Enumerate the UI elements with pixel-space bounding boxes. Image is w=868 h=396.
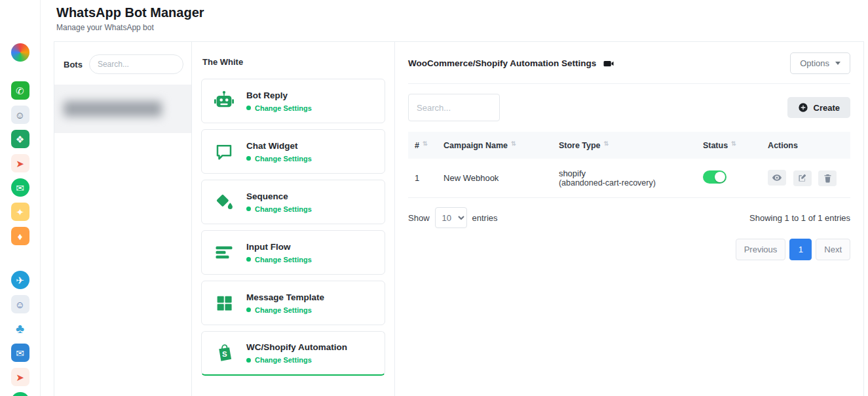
row-index: 1 [408,159,437,198]
change-settings-link[interactable]: Change Settings [246,306,324,314]
flow-builder-icon[interactable]: ✦ [11,203,29,221]
svg-text:S: S [221,350,227,358]
change-settings-link[interactable]: Change Settings [246,356,347,364]
status-dot [246,358,251,363]
bots-column-title: Bots [64,60,83,69]
chat-widget-icon [211,142,237,161]
menu-card-input-flow[interactable]: Input Flow Change Settings [201,230,385,275]
delete-button[interactable] [818,170,837,186]
menu-card-label: Message Template [246,292,324,302]
app-root: ✆ ☺ ❖ ➤ ✉ ✦ ♦ ✈ ☺ ♣ ✉ ➤ ✉ WhatsApp Bot M… [0,0,868,396]
status-dot [246,207,251,211]
menu-card-label: WC/Shopify Automation [246,342,347,352]
bot-name-redacted [64,101,162,117]
menu-card-wc-shopify-automation[interactable]: S WC/Shopify Automation Change Settings [201,331,385,376]
page-title: WhatsApp Bot Manager [56,5,868,20]
table-search-input[interactable] [408,94,500,121]
chatbot-icon[interactable]: ☺ [11,106,29,124]
table-header-store-type[interactable]: Store Type⇅ [552,132,696,159]
options-button[interactable]: Options [790,52,850,74]
automation-table: #⇅ Campaign Name⇅ Store Type⇅ Status⇅ [408,132,850,198]
menu-card-label: Input Flow [246,242,312,252]
app-icon-rail: ✆ ☺ ❖ ➤ ✉ ✦ ♦ ✈ ☺ ♣ ✉ ➤ ✉ [0,0,41,396]
table-header-index[interactable]: #⇅ [408,132,437,159]
menu-card-label: Bot Reply [246,90,312,100]
edit-icon [797,173,807,183]
table-header-campaign-name[interactable]: Campaign Name⇅ [437,132,552,159]
trash-icon [823,173,833,183]
whatsapp-icon[interactable]: ✆ [11,81,29,100]
menu-card-message-template[interactable]: Message Template Change Settings [201,281,385,325]
telegram-bot-icon[interactable]: ☺ [11,295,29,313]
menu-card-chat-widget[interactable]: Chat Widget Change Settings [201,129,385,174]
page-size-select[interactable]: 10 [435,207,467,228]
menu-card-bot-reply[interactable]: Bot Reply Change Settings [201,79,385,123]
create-button[interactable]: Create [787,97,850,118]
bot-manager-panel: Bots The White [54,41,864,396]
eye-icon [772,172,782,183]
show-label: Show [408,213,430,223]
page-1-button[interactable]: 1 [789,239,812,260]
bot-menu-column: The White Bot Reply [192,42,395,396]
change-settings-link[interactable]: Change Settings [246,256,312,264]
next-page-button[interactable]: Next [816,239,850,260]
message-template-icon [211,294,237,313]
sort-icon: ⇅ [423,140,428,147]
change-settings-link[interactable]: Change Settings [246,104,312,112]
subscribers-icon[interactable]: ♣ [11,319,29,338]
change-settings-link[interactable]: Change Settings [246,205,312,213]
bots-column: Bots [54,42,192,396]
sort-icon: ⇅ [731,140,736,147]
bots-search-input[interactable] [89,54,183,74]
table-header-actions: Actions [761,132,850,159]
page-subtitle: Manage your WhatsApp bot [56,23,868,32]
edit-button[interactable] [793,170,812,186]
shopify-icon: S [211,343,237,363]
view-button[interactable] [768,170,786,186]
sort-icon: ⇅ [511,140,516,147]
menu-card-label: Chat Widget [246,141,312,151]
pagination: Previous 1 Next [408,231,850,260]
status-dot [246,106,251,110]
livechat-icon[interactable]: ✉ [11,178,29,197]
status-dot [246,307,251,312]
caret-down-icon [835,62,840,65]
automation-settings-column: WooCommerce/Shopify Automation Settings … [395,42,863,396]
bot-reply-icon [211,90,237,112]
page-header: WhatsApp Bot Manager Manage your WhatsAp… [54,0,868,41]
table-row: 1 New Webhook shopify (abandoned-cart-re… [408,159,850,198]
more-icon[interactable]: ✉ [11,392,29,396]
section-title: WooCommerce/Shopify Automation Settings [408,58,596,68]
campaign-icon[interactable]: ➤ [11,368,29,386]
store-icon[interactable]: ♦ [11,227,29,245]
sequence-icon [211,192,237,212]
showing-entries-text: Showing 1 to 1 of 1 entries [749,213,850,223]
sort-icon: ⇅ [604,140,609,147]
menu-card-label: Sequence [246,191,312,201]
status-dot [246,156,251,161]
video-tutorial-icon[interactable] [603,58,614,69]
status-dot [246,257,251,262]
main-content: WhatsApp Bot Manager Manage your WhatsAp… [41,0,868,396]
entries-label: entries [472,213,498,223]
change-settings-link[interactable]: Change Settings [246,155,312,163]
row-store-type: shopify (abandoned-cart-recovery) [552,159,696,198]
plus-circle-icon [798,102,808,113]
menu-card-sequence[interactable]: Sequence Change Settings [201,180,385,224]
broadcast-icon[interactable]: ➤ [11,154,29,172]
telegram-icon[interactable]: ✈ [11,271,29,289]
previous-page-button[interactable]: Previous [736,239,786,260]
media-icon[interactable]: ❖ [11,130,29,148]
table-header-status[interactable]: Status⇅ [696,132,761,159]
selected-bot-name: The White [201,42,385,79]
group-chat-icon[interactable]: ✉ [11,344,29,362]
app-logo-icon[interactable] [11,43,29,62]
row-campaign-name: New Webhook [437,159,552,198]
status-toggle[interactable] [703,170,726,184]
bot-list-item-selected[interactable] [54,85,191,133]
input-flow-icon [211,243,237,262]
